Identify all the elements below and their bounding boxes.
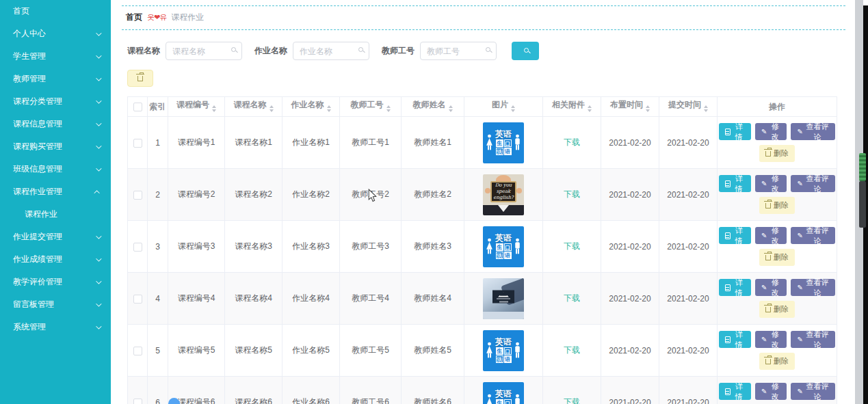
teacher-no-label: 教师工号 (382, 45, 415, 57)
sort-icon[interactable] (646, 103, 650, 114)
detail-button[interactable]: 详情 (719, 331, 751, 348)
row-checkbox[interactable] (133, 243, 142, 252)
header-course-no: 课程编号 (168, 97, 225, 117)
delete-button[interactable]: 删除 (759, 145, 795, 162)
sidebar-item-label: 课程分类管理 (13, 96, 62, 107)
chevron-down-icon (96, 233, 101, 239)
course-image[interactable]: 英语生口活语 (466, 226, 541, 267)
search-button[interactable] (512, 42, 539, 60)
cell-actions: 详情 ✎修改 ✎查看评论 删除 (718, 325, 837, 377)
sidebar-item-student-mgmt[interactable]: 学生管理 (0, 45, 111, 68)
sidebar-item-label: 课程作业管理 (13, 186, 62, 198)
download-link[interactable]: 下载 (564, 241, 580, 251)
chevron-down-icon (96, 323, 101, 329)
view-comments-button[interactable]: ✎查看评论 (791, 331, 835, 348)
edit-button[interactable]: ✎修改 (755, 227, 787, 244)
course-image[interactable]: 英语生口活语 (466, 122, 541, 163)
sort-icon[interactable] (588, 103, 592, 114)
course-image[interactable]: 英语生口活语 (466, 330, 541, 371)
view-comments-button[interactable]: ✎查看评论 (791, 279, 835, 296)
sidebar-item-personal-center[interactable]: 个人中心 (0, 23, 111, 45)
sort-icon[interactable] (327, 103, 331, 114)
row-checkbox[interactable] (133, 295, 142, 304)
work-name-input[interactable] (293, 42, 369, 60)
search-icon (486, 47, 490, 52)
sidebar-item-label: 教师管理 (13, 73, 46, 85)
course-name-input[interactable] (166, 42, 242, 60)
chevron-down-icon (96, 143, 101, 148)
sidebar-item-system-mgmt[interactable]: 系统管理 (0, 316, 111, 338)
chevron-down-icon (96, 165, 101, 171)
button-label: 修改 (770, 329, 780, 350)
sort-icon[interactable] (449, 103, 453, 114)
sort-icon[interactable] (511, 103, 515, 114)
scrollbar-thumb-green[interactable] (859, 153, 866, 181)
sort-icon[interactable] (704, 103, 708, 114)
select-all-checkbox[interactable] (133, 103, 142, 111)
edit-button[interactable]: ✎修改 (755, 279, 787, 296)
cell-submit-time: 2021-02-20 (659, 221, 718, 273)
edit-button[interactable]: ✎修改 (755, 123, 787, 140)
button-label: 详情 (733, 329, 745, 350)
view-comments-button[interactable]: ✎查看评论 (791, 123, 835, 140)
row-checkbox[interactable] (133, 347, 142, 355)
sidebar-item-teacher-mgmt[interactable]: 教师管理 (0, 68, 111, 90)
edit-button[interactable]: ✎修改 (755, 383, 787, 400)
detail-button[interactable]: 详情 (719, 279, 751, 296)
breadcrumb-home-link[interactable]: 首页 (126, 12, 142, 23)
detail-button[interactable]: 详情 (719, 175, 751, 192)
batch-delete-button[interactable] (127, 70, 153, 87)
download-link[interactable]: 下载 (564, 293, 580, 303)
detail-button[interactable]: 详情 (719, 383, 751, 400)
delete-button[interactable]: 删除 (759, 197, 795, 214)
cell-work-name: 作业名称6 (282, 377, 340, 404)
pencil-icon: ✎ (761, 129, 767, 135)
teacher-no-input[interactable] (420, 42, 497, 60)
sidebar-item-class-info-mgmt[interactable]: 班级信息管理 (0, 158, 111, 180)
sidebar-item-work-submit-mgmt[interactable]: 作业提交管理 (0, 226, 111, 248)
detail-button[interactable]: 详情 (719, 227, 751, 244)
row-checkbox[interactable] (133, 191, 142, 200)
sort-icon[interactable] (269, 103, 274, 114)
sidebar-item-home[interactable]: 首页 (0, 0, 111, 23)
course-image[interactable] (466, 278, 541, 319)
chevron-down-icon (96, 120, 101, 126)
download-link[interactable]: 下载 (564, 397, 580, 404)
download-link[interactable]: 下载 (564, 189, 580, 199)
delete-button[interactable]: 删除 (759, 301, 795, 318)
cell-submit-time: 2021-02-20 (659, 273, 718, 325)
course-image[interactable]: Do youspeakenglish? (466, 174, 541, 215)
delete-button[interactable]: 删除 (759, 353, 795, 370)
document-icon (725, 336, 731, 343)
sidebar-item-work-grade-mgmt[interactable]: 作业成绩管理 (0, 248, 111, 271)
sidebar-item-course-category-mgmt[interactable]: 课程分类管理 (0, 90, 111, 113)
button-label: 详情 (733, 381, 745, 402)
sidebar-item-teaching-eval-mgmt[interactable]: 教学评价管理 (0, 271, 111, 293)
course-image[interactable]: 英语生口活语 (466, 382, 541, 404)
cell-actions: 详情 ✎修改 ✎查看评论 删除 (718, 117, 837, 169)
sidebar-item-course-work-mgmt[interactable]: 课程作业管理 (0, 180, 111, 203)
row-checkbox[interactable] (133, 139, 142, 148)
scrollbar-thumb[interactable] (859, 181, 866, 228)
cell-teacher-name: 教师姓名4 (402, 273, 464, 325)
cell-image (464, 273, 543, 325)
edit-button[interactable]: ✎修改 (755, 175, 787, 192)
view-comments-button[interactable]: ✎查看评论 (791, 227, 835, 244)
sidebar-item-course-work[interactable]: 课程作业 (0, 203, 111, 226)
sidebar-item-course-info-mgmt[interactable]: 课程信息管理 (0, 113, 111, 135)
cell-work-name: 作业名称2 (282, 169, 340, 221)
download-link[interactable]: 下载 (564, 137, 580, 147)
sort-icon[interactable] (386, 103, 391, 114)
download-link[interactable]: 下载 (564, 345, 580, 355)
delete-button[interactable]: 删除 (759, 249, 795, 266)
pencil-icon: ✎ (797, 388, 802, 395)
sidebar-item-message-board-mgmt[interactable]: 留言板管理 (0, 293, 111, 316)
view-comments-button[interactable]: ✎查看评论 (791, 383, 835, 400)
detail-button[interactable]: 详情 (719, 123, 751, 140)
row-checkbox[interactable] (133, 399, 142, 404)
sidebar-item-course-purchase-mgmt[interactable]: 课程购买管理 (0, 135, 111, 158)
edit-button[interactable]: ✎修改 (755, 331, 787, 348)
sort-icon[interactable] (212, 103, 216, 114)
view-comments-button[interactable]: ✎查看评论 (791, 175, 835, 192)
header-image: 图片 (464, 97, 543, 117)
